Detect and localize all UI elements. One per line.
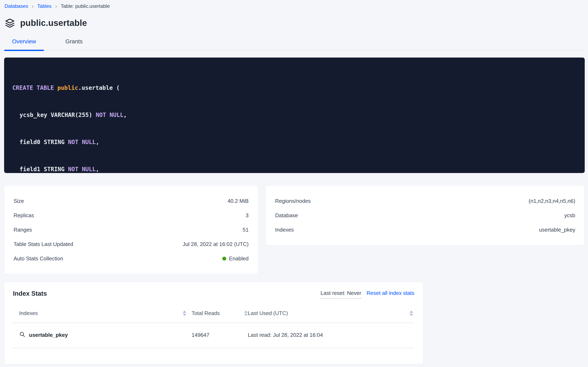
sql-text: .usertable ( bbox=[78, 84, 120, 91]
index-table-header-row: Indexes Total Reads Last Used (UTC) bbox=[13, 310, 414, 323]
stat-value: usertable_pkey bbox=[539, 227, 575, 233]
breadcrumb: Databases › Tables › Table: public.usert… bbox=[0, 0, 588, 9]
sql-keyword: NOT NULL bbox=[68, 166, 96, 173]
last-reset-tooltip[interactable]: Last reset: Never bbox=[321, 290, 361, 299]
last-used-cell: Last read: Jul 28, 2022 at 16:04 bbox=[248, 332, 414, 338]
sql-line: ycsb_key VARCHAR(255) NOT NULL, bbox=[12, 110, 579, 120]
sql-keyword: CREATE TABLE bbox=[12, 84, 57, 91]
sql-text: , bbox=[96, 166, 99, 173]
column-label: Indexes bbox=[19, 310, 38, 317]
index-stats-table: Indexes Total Reads Last Used (UTC) bbox=[13, 310, 414, 348]
index-table-row[interactable]: usertable_pkey 149647 Last read: Jul 28,… bbox=[13, 323, 414, 348]
create-table-sql: CREATE TABLE public.usertable ( ycsb_key… bbox=[4, 58, 585, 173]
column-header-total-reads[interactable]: Total Reads bbox=[192, 310, 248, 317]
stat-label: Size bbox=[14, 198, 24, 204]
stat-value: 40.2 MiB bbox=[227, 198, 248, 204]
chevron-right-icon: › bbox=[55, 3, 57, 9]
sort-arrows-icon bbox=[244, 311, 248, 316]
stat-label: Replicas bbox=[14, 212, 34, 219]
sql-keyword: NOT NULL bbox=[68, 139, 96, 145]
stat-row-ranges: Ranges 51 bbox=[14, 223, 248, 237]
stat-row-replicas: Replicas 3 bbox=[14, 208, 248, 223]
table-stats-card: Size 40.2 MiB Replicas 3 Ranges 51 Table… bbox=[4, 185, 258, 274]
breadcrumb-link-databases[interactable]: Databases bbox=[5, 3, 28, 9]
sql-text: , bbox=[96, 139, 99, 145]
table-meta-card: Regions/nodes (n1,n2,n3,n4,n5,n6) Databa… bbox=[266, 185, 585, 245]
status-badge: Enabled bbox=[222, 255, 248, 262]
index-stats-header: Index Stats Last reset: Never Reset all … bbox=[13, 290, 414, 299]
tab-bar: Overview Grants bbox=[4, 38, 585, 50]
last-used-value: Last read: Jul 28, 2022 at 16:04 bbox=[248, 332, 323, 338]
reset-all-index-stats-link[interactable]: Reset all index stats bbox=[366, 290, 414, 296]
sql-text: field1 STRING bbox=[19, 166, 68, 173]
sql-schema: public bbox=[57, 84, 78, 91]
breadcrumb-current: Table: public.usertable bbox=[61, 3, 110, 9]
tab-overview[interactable]: Overview bbox=[4, 38, 44, 50]
tab-grants[interactable]: Grants bbox=[56, 38, 92, 50]
breadcrumb-link-tables[interactable]: Tables bbox=[37, 3, 51, 9]
column-header-last-used[interactable]: Last Used (UTC) bbox=[248, 310, 414, 317]
page-title: public.usertable bbox=[20, 18, 87, 28]
layers-icon bbox=[5, 18, 15, 28]
column-label: Last Used (UTC) bbox=[248, 310, 288, 317]
status-text: Enabled bbox=[229, 255, 248, 262]
index-stats-title: Index Stats bbox=[13, 290, 47, 297]
stat-row-size: Size 40.2 MiB bbox=[14, 194, 248, 208]
stat-label: Regions/nodes bbox=[275, 198, 311, 204]
index-stats-card: Index Stats Last reset: Never Reset all … bbox=[4, 282, 423, 364]
stat-value: 51 bbox=[243, 227, 248, 233]
column-label: Total Reads bbox=[192, 310, 220, 317]
total-reads-cell: 149647 bbox=[192, 332, 248, 338]
sql-text: , bbox=[124, 112, 127, 118]
stat-value: 3 bbox=[246, 212, 248, 219]
sort-arrows-icon bbox=[409, 311, 413, 316]
chevron-right-icon: › bbox=[32, 3, 34, 9]
stat-row-regions: Regions/nodes (n1,n2,n3,n4,n5,n6) bbox=[275, 194, 575, 208]
sql-line: CREATE TABLE public.usertable ( bbox=[12, 83, 579, 92]
index-name-cell: usertable_pkey bbox=[13, 331, 192, 339]
stat-label: Database bbox=[275, 212, 298, 219]
page-header: public.usertable bbox=[5, 18, 588, 28]
status-dot-icon bbox=[222, 257, 226, 260]
stat-value: Jul 28, 2022 at 16:02 (UTC) bbox=[183, 241, 248, 247]
sql-line: field1 STRING NOT NULL, bbox=[12, 165, 579, 173]
stat-label: Auto Stats Collection bbox=[14, 255, 63, 262]
stat-label: Indexes bbox=[275, 227, 294, 233]
stat-label: Table Stats Last Updated bbox=[14, 241, 73, 247]
stat-row-auto-stats: Auto Stats Collection Enabled bbox=[14, 251, 248, 266]
stat-value: (n1,n2,n3,n4,n5,n6) bbox=[529, 198, 575, 204]
total-reads-value: 149647 bbox=[192, 332, 210, 338]
sql-text: ycsb_key VARCHAR(255) bbox=[19, 112, 96, 118]
sql-keyword: NOT NULL bbox=[96, 112, 124, 118]
stat-value: ycsb bbox=[564, 212, 575, 219]
stat-row-indexes: Indexes usertable_pkey bbox=[275, 223, 575, 237]
stat-row-database: Database ycsb bbox=[275, 208, 575, 223]
table-details-section: Size 40.2 MiB Replicas 3 Ranges 51 Table… bbox=[4, 185, 585, 274]
sql-line: field0 STRING NOT NULL, bbox=[12, 138, 579, 147]
sort-arrows-icon bbox=[183, 311, 186, 316]
magnifier-icon bbox=[19, 331, 25, 339]
column-header-indexes[interactable]: Indexes bbox=[13, 310, 192, 317]
index-name-link[interactable]: usertable_pkey bbox=[29, 332, 68, 338]
stat-row-stats-updated: Table Stats Last Updated Jul 28, 2022 at… bbox=[14, 237, 248, 251]
index-stats-actions: Last reset: Never Reset all index stats bbox=[321, 290, 414, 299]
stat-label: Ranges bbox=[14, 227, 32, 233]
sql-text: field0 STRING bbox=[19, 139, 68, 145]
